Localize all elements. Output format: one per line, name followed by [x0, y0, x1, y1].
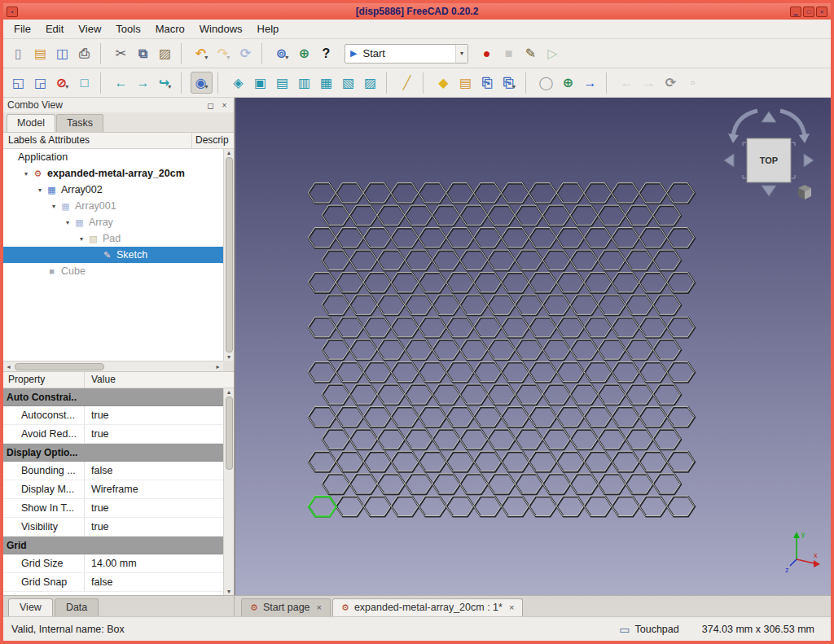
scroll-down-icon[interactable]: ▾ [224, 353, 235, 361]
linked-object-button[interactable]: ↪▾ [154, 72, 176, 94]
nav-cube-top-label[interactable]: TOP [760, 156, 778, 165]
maximize-button[interactable]: □ [803, 7, 814, 17]
titlebar[interactable]: ▪ [disp5886] FreeCAD 0.20.2 ▁□× [3, 3, 831, 20]
document-tab-start-page[interactable]: ⚙Start page× [241, 598, 331, 616]
close-button[interactable]: × [816, 7, 827, 17]
macro-play-button[interactable]: ▷ [542, 42, 564, 64]
property-row-bounding[interactable]: Bounding ...false [3, 462, 223, 480]
web-browser-button[interactable]: ⊕ [557, 72, 579, 94]
draw-style-button[interactable]: ⊘▾ [51, 72, 73, 94]
rotate-left-arrow-icon[interactable] [724, 154, 734, 167]
property-group-grid[interactable]: Grid [3, 537, 223, 554]
tree-item-array[interactable]: ▾▦Array [3, 214, 223, 230]
next-page-button[interactable]: → [579, 72, 601, 94]
scroll-right-icon[interactable]: ▸ [213, 363, 223, 370]
3d-viewport[interactable]: TOP y x z [235, 98, 831, 595]
property-row-display-m[interactable]: Display M...Wireframe [3, 480, 223, 499]
whats-this-button[interactable]: ? [315, 42, 337, 64]
rotate-right-icon[interactable] [780, 111, 805, 137]
property-value[interactable]: true [85, 410, 109, 421]
navigation-cube[interactable]: TOP [713, 101, 824, 207]
property-value[interactable]: 14.00 mm [85, 558, 137, 569]
tree-vertical-scrollbar[interactable]: ▴ ▾ [223, 149, 234, 361]
window-menu-icon[interactable]: ▪ [7, 7, 18, 17]
scrollbar-thumb[interactable] [226, 396, 233, 470]
nav-forward-button[interactable]: → [132, 72, 154, 94]
tab-view[interactable]: View [8, 598, 53, 616]
expander-icon[interactable]: ▾ [34, 186, 46, 194]
scroll-up-icon[interactable]: ▴ [224, 149, 235, 156]
close-tab-icon[interactable]: × [317, 602, 322, 612]
property-row-grid-size[interactable]: Grid Size14.00 mm [3, 554, 223, 573]
browser-forward-button[interactable]: → [638, 72, 660, 94]
copy-button[interactable]: ⧉ [132, 42, 154, 64]
tree-item-application[interactable]: Application [3, 149, 223, 165]
menu-view[interactable]: View [71, 20, 108, 37]
menu-tools[interactable]: Tools [108, 20, 147, 37]
tree-item-array001[interactable]: ▾▦Array001 [3, 198, 223, 214]
macro-stop-button[interactable]: ■ [498, 42, 520, 64]
navigation-style-widget[interactable]: ▭ Touchpad [619, 623, 678, 636]
sphere-button[interactable]: ◯ [535, 72, 557, 94]
menu-windows[interactable]: Windows [192, 20, 250, 37]
replace-link-button[interactable]: ⎘▾ [498, 72, 520, 94]
scroll-left-icon[interactable]: ◂ [3, 363, 14, 370]
refresh-button[interactable]: ⟳ [235, 42, 257, 64]
macro-edit-button[interactable]: ✎ [520, 42, 542, 64]
scrollbar-thumb[interactable] [15, 363, 104, 370]
property-group-display-optio[interactable]: Display Optio... [3, 444, 223, 462]
left-view-button[interactable]: ▨ [359, 72, 381, 94]
tree-horizontal-scrollbar[interactable]: ◂ ▸ [3, 361, 223, 371]
property-value[interactable]: false [85, 465, 112, 476]
fit-all-button[interactable]: ◱ [7, 72, 29, 94]
rear-view-button[interactable]: ▦ [315, 72, 337, 94]
close-tab-icon[interactable]: × [509, 602, 514, 612]
expander-icon[interactable]: ▾ [76, 235, 87, 243]
tilt-down-arrow-icon[interactable] [762, 186, 776, 196]
scrollbar-thumb[interactable] [226, 157, 233, 353]
fit-selection-button[interactable]: ◲ [29, 72, 51, 94]
property-value[interactable]: Wireframe [85, 484, 138, 495]
scroll-down-icon[interactable]: ▾ [224, 588, 235, 595]
property-row-autoconst[interactable]: Autoconst...true [3, 406, 223, 425]
selected-sketch-edge[interactable] [309, 497, 336, 516]
property-value[interactable]: true [85, 502, 109, 514]
property-value[interactable]: true [85, 521, 109, 532]
cut-button[interactable]: ✂ [110, 42, 132, 64]
rotate-left-icon[interactable] [733, 111, 757, 137]
menu-help[interactable]: Help [250, 20, 287, 37]
create-part-button[interactable]: ◆ [432, 72, 454, 94]
rotate-right-icon[interactable] [799, 134, 810, 143]
property-row-visibility[interactable]: Visibilitytrue [3, 518, 223, 537]
redo-button[interactable]: ↷▾ [213, 42, 235, 64]
paste-button[interactable]: ▨ [154, 42, 176, 64]
property-value[interactable]: false [85, 576, 112, 588]
tree-item-pad[interactable]: ▾▧Pad [3, 230, 223, 247]
nav-back-button[interactable]: ← [110, 72, 132, 94]
menu-edit[interactable]: Edit [38, 20, 71, 37]
front-view-button[interactable]: ▣ [249, 72, 271, 94]
tree-item-array002[interactable]: ▾▦Array002 [3, 182, 223, 198]
dropdown-arrow-icon[interactable]: ▾ [455, 45, 467, 63]
tab-model[interactable]: Model [7, 114, 55, 132]
workbench-selector[interactable]: ▶Start▾ [345, 44, 468, 64]
new-document-button[interactable]: ▯ [7, 42, 29, 64]
undo-button[interactable]: ↶▾ [191, 42, 213, 64]
scroll-up-icon[interactable]: ▴ [224, 388, 235, 396]
document-tab-expanded-metal-array-20cm-1[interactable]: ⚙expanded-metal-array_20cm : 1*× [332, 598, 523, 616]
property-row-avoid-red[interactable]: Avoid Red...true [3, 425, 223, 444]
expander-icon[interactable]: ▾ [62, 219, 73, 226]
scene-inspector-button[interactable]: ⊕ [293, 42, 315, 64]
open-document-button[interactable]: ▤ [29, 42, 51, 64]
zoom-tools-button[interactable]: ◉▾ [191, 72, 213, 94]
property-value[interactable]: true [85, 428, 109, 440]
browser-stop-button[interactable]: ▫ [682, 72, 704, 94]
minimize-button[interactable]: ▁ [790, 7, 801, 17]
expander-icon[interactable]: ▾ [48, 203, 59, 210]
tab-data[interactable]: Data [55, 598, 99, 616]
menu-macro[interactable]: Macro [148, 20, 192, 37]
edit-mode-button[interactable]: ⊚▾ [271, 42, 293, 64]
create-group-button[interactable]: ▤ [454, 72, 476, 94]
browser-back-button[interactable]: ← [616, 72, 638, 94]
property-row-grid-snap[interactable]: Grid Snapfalse [3, 573, 223, 592]
